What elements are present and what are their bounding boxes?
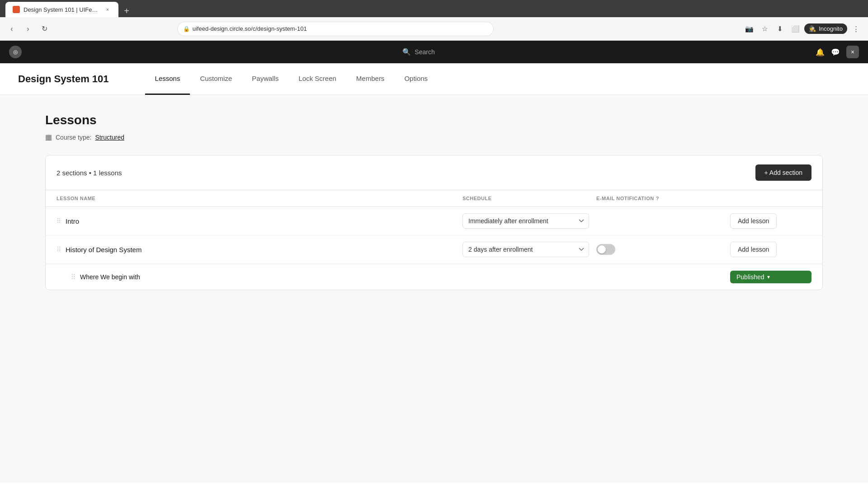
course-header: Design System 101 Lessons Customize Payw… <box>0 63 868 95</box>
col-header-email-notification: E-MAIL NOTIFICATION ? <box>596 196 723 201</box>
incognito-button[interactable]: 🕵 Incognito <box>804 23 847 34</box>
lesson-status-area: Published ▾ <box>730 271 811 283</box>
chat-icon[interactable]: 💬 <box>831 48 840 56</box>
tab-options[interactable]: Options <box>394 63 438 95</box>
section-name-history: ⠿ History of Design System <box>57 246 455 253</box>
course-type-icon: ▦ <box>45 133 52 141</box>
app-topbar: ◎ 🔍 Search 🔔 💬 × <box>0 41 868 63</box>
main-content: Lessons ▦ Course type: Structured 2 sect… <box>0 95 868 483</box>
section-intro-add-lesson-area: Add lesson <box>730 213 811 229</box>
tab-bar: Design System 101 | UIFeed Des... × + <box>0 0 868 17</box>
section-intro-schedule-wrapper: Immediately after enrollment 1 day after… <box>462 213 589 229</box>
section-history-schedule-wrapper: Immediately after enrollment 1 day after… <box>462 242 589 257</box>
add-lesson-button-intro[interactable]: Add lesson <box>730 213 777 229</box>
add-lesson-button-history[interactable]: Add lesson <box>730 242 777 257</box>
section-history-add-lesson-area: Add lesson <box>730 242 811 257</box>
lesson-name-where-we-begin: ⠿ Where We begin with <box>71 273 455 281</box>
published-badge[interactable]: Published ▾ <box>730 271 811 283</box>
tab-customize[interactable]: Customize <box>190 63 242 95</box>
add-section-button[interactable]: + Add section <box>755 164 811 181</box>
logo-icon: ◎ <box>13 49 18 55</box>
menu-icon[interactable]: ⋮ <box>850 23 863 35</box>
tab-members[interactable]: Members <box>346 63 395 95</box>
browser-actions: 📷 ☆ ⬇ ⬜ 🕵 Incognito ⋮ <box>743 23 863 35</box>
section-row-intro: ⠿ Intro Immediately after enrollment 1 d… <box>46 207 822 235</box>
drag-handle-history[interactable]: ⠿ <box>57 246 61 253</box>
address-text: uifeed-design.circle.so/c/design-system-… <box>193 25 307 32</box>
close-panel-button[interactable]: × <box>846 46 859 58</box>
search-placeholder: Search <box>415 48 434 56</box>
new-tab-button[interactable]: + <box>120 5 133 17</box>
download-icon[interactable]: ⬇ <box>774 23 786 35</box>
table-column-headers: LESSON NAME SCHEDULE E-MAIL NOTIFICATION… <box>46 190 822 207</box>
col-header-schedule: SCHEDULE <box>462 196 589 201</box>
tab-lock-screen[interactable]: Lock Screen <box>288 63 346 95</box>
back-button[interactable]: ‹ <box>5 23 18 35</box>
chevron-down-icon: ▾ <box>767 274 770 280</box>
address-bar[interactable]: 🔒 uifeed-design.circle.so/c/design-syste… <box>177 22 494 36</box>
drag-handle-intro[interactable]: ⠿ <box>57 217 61 225</box>
section-history-email-toggle[interactable] <box>596 244 615 255</box>
tab-paywalls[interactable]: Paywalls <box>242 63 288 95</box>
published-label: Published <box>736 273 764 281</box>
search-icon: 🔍 <box>402 48 411 56</box>
course-nav-tabs: Lessons Customize Paywalls Lock Screen M… <box>145 63 438 95</box>
course-type-row: ▦ Course type: Structured <box>45 133 823 141</box>
section-history-toggle-area <box>596 244 723 255</box>
col-header-actions <box>730 196 811 201</box>
app-logo[interactable]: ◎ <box>9 46 22 58</box>
lesson-row-where-we-begin: ⠿ Where We begin with Published ▾ <box>46 264 822 290</box>
incognito-icon: 🕵 <box>809 25 816 32</box>
tab-close-button[interactable]: × <box>104 6 111 13</box>
tab-favicon <box>13 6 20 13</box>
incognito-label: Incognito <box>819 25 843 32</box>
browser-controls: ‹ › ↻ 🔒 uifeed-design.circle.so/c/design… <box>0 17 868 41</box>
tab-lessons[interactable]: Lessons <box>145 63 190 95</box>
camera-off-icon[interactable]: 📷 <box>743 23 755 35</box>
bell-icon[interactable]: 🔔 <box>816 48 825 56</box>
window-icon[interactable]: ⬜ <box>789 23 802 35</box>
section-history-schedule-select[interactable]: Immediately after enrollment 1 day after… <box>462 242 589 257</box>
topbar-left: ◎ <box>9 46 22 58</box>
search-bar[interactable]: 🔍 Search <box>402 48 434 56</box>
lessons-table: 2 sections • 1 lessons + Add section LES… <box>45 155 823 290</box>
col-header-lesson-name: LESSON NAME <box>57 196 455 201</box>
bookmark-icon[interactable]: ☆ <box>758 23 771 35</box>
lessons-table-header: 2 sections • 1 lessons + Add section <box>46 155 822 190</box>
section-row-history: ⠿ History of Design System Immediately a… <box>46 235 822 264</box>
topbar-right: 🔔 💬 × <box>816 46 859 58</box>
course-type-label: Course type: <box>56 134 91 141</box>
forward-button[interactable]: › <box>22 23 34 35</box>
course-type-value[interactable]: Structured <box>95 134 124 141</box>
lessons-count: 2 sections • 1 lessons <box>57 169 122 177</box>
lock-icon: 🔒 <box>183 26 190 32</box>
active-tab[interactable]: Design System 101 | UIFeed Des... × <box>5 2 118 17</box>
page-title: Lessons <box>45 113 823 127</box>
drag-handle-lesson[interactable]: ⠿ <box>71 273 75 281</box>
course-title: Design System 101 <box>18 73 109 85</box>
refresh-button[interactable]: ↻ <box>38 23 51 35</box>
section-intro-schedule-select[interactable]: Immediately after enrollment 1 day after… <box>462 213 589 229</box>
tab-title: Design System 101 | UIFeed Des... <box>24 6 100 13</box>
help-icon[interactable]: ? <box>656 196 659 201</box>
section-name-intro: ⠿ Intro <box>57 217 455 225</box>
